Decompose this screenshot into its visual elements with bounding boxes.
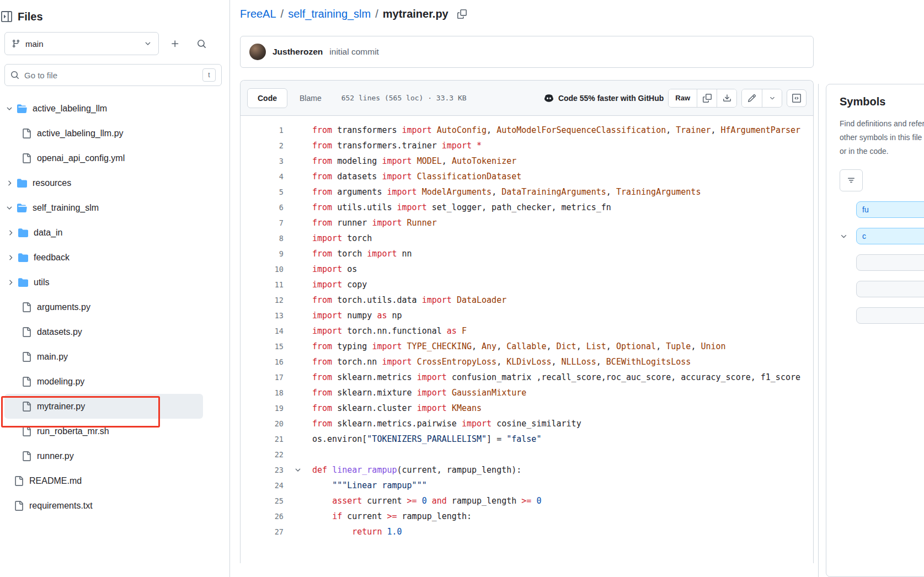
add-file-button[interactable] (164, 33, 185, 54)
line-number[interactable]: 21 (241, 435, 284, 444)
raw-button-group: Raw (668, 89, 737, 108)
tree-item-requirements.txt[interactable]: requirements.txt (4, 493, 203, 518)
symbol-item[interactable] (840, 307, 924, 324)
go-to-file-box: t (4, 64, 222, 86)
main-content: FreeAL / self_training_slm / mytrainer.p… (230, 0, 924, 577)
download-button[interactable] (717, 89, 736, 107)
code-text: from sklearn.metrics import confusion_ma… (312, 372, 800, 382)
plus-icon (170, 39, 180, 49)
code-line: 9from torch import nn (241, 246, 813, 261)
tree-item-label: README.md (29, 476, 82, 486)
tree-item-modeling.py[interactable]: modeling.py (4, 369, 203, 394)
file-icon (21, 302, 32, 312)
tree-item-resources[interactable]: resources (4, 170, 203, 195)
line-number[interactable]: 25 (241, 496, 284, 505)
tree-item-active_labeling_llm[interactable]: active_labeling_llm (4, 96, 203, 121)
tree-item-openai_api_config.yml[interactable]: openai_api_config.yml (4, 146, 203, 170)
tree-item-active_labeling_llm.py[interactable]: active_labeling_llm.py (4, 121, 203, 146)
chevron-down-icon (840, 232, 850, 241)
tree-item-main.py[interactable]: main.py (4, 344, 203, 369)
chevron-right-icon (4, 179, 14, 187)
code-text: import torch (312, 233, 372, 243)
go-to-file-input[interactable] (24, 71, 197, 80)
line-number[interactable]: 15 (241, 342, 284, 351)
symbol-item[interactable] (840, 254, 924, 271)
line-number[interactable]: 6 (241, 203, 284, 212)
line-number[interactable]: 11 (241, 280, 284, 289)
line-number[interactable]: 4 (241, 172, 284, 181)
tree-item-self_training_slm[interactable]: self_training_slm (4, 195, 203, 220)
line-number[interactable]: 19 (241, 404, 284, 413)
code-text: import os (312, 264, 357, 274)
code-line: 1from transformers import AutoConfig, Au… (241, 122, 813, 138)
panel-resize-divider[interactable] (818, 84, 819, 577)
commit-author[interactable]: Justherozen (273, 47, 323, 57)
tree-item-label: self_training_slm (33, 203, 99, 213)
breadcrumb-dir-link[interactable]: self_training_slm (288, 8, 371, 20)
code-line: 24 """Linear rampup""" (241, 478, 813, 493)
edit-button[interactable] (742, 89, 762, 107)
tab-code[interactable]: Code (247, 88, 287, 108)
code-line: 4from datasets import ClassificationData… (241, 169, 813, 184)
branch-selector[interactable]: main (4, 32, 159, 55)
line-number[interactable]: 26 (241, 512, 284, 521)
line-number[interactable]: 3 (241, 157, 284, 165)
tab-blame[interactable]: Blame (292, 88, 329, 108)
line-number[interactable]: 2 (241, 141, 284, 150)
breadcrumb-repo-link[interactable]: FreeAL (240, 8, 276, 20)
line-number[interactable]: 5 (241, 188, 284, 196)
tree-item-utils[interactable]: utils (4, 270, 203, 295)
symbol-pill (856, 281, 924, 297)
line-number[interactable]: 8 (241, 234, 284, 243)
line-number[interactable]: 12 (241, 296, 284, 304)
tree-item-arguments.py[interactable]: arguments.py (4, 295, 203, 319)
symbols-panel: Symbols Find definitions and references … (826, 84, 924, 577)
file-icon (21, 153, 32, 163)
line-number[interactable]: 17 (241, 373, 284, 382)
branch-name: main (25, 39, 44, 49)
avatar[interactable] (249, 44, 266, 60)
line-number[interactable]: 16 (241, 357, 284, 366)
tree-item-mytrainer.py[interactable]: mytrainer.py (4, 394, 203, 419)
search-button[interactable] (191, 33, 212, 54)
file-tree: active_labeling_llmactive_labeling_llm.p… (4, 96, 203, 518)
symbols-panel-toggle-icon (792, 94, 801, 103)
edit-menu-button[interactable] (762, 89, 782, 107)
line-number[interactable]: 9 (241, 249, 284, 258)
collapse-sidebar-icon[interactable] (1, 11, 12, 22)
tree-item-datasets.py[interactable]: datasets.py (4, 319, 203, 344)
line-number[interactable]: 23 (241, 466, 284, 474)
line-number[interactable]: 10 (241, 265, 284, 274)
copy-path-icon[interactable] (457, 9, 467, 19)
symbol-item[interactable]: c (840, 228, 924, 244)
symbol-item[interactable]: fu (840, 201, 924, 218)
tree-item-data_in[interactable]: data_in (4, 220, 203, 245)
line-number[interactable]: 1 (241, 126, 284, 135)
fold-chevron-icon[interactable] (284, 466, 312, 474)
filter-button[interactable] (840, 169, 863, 191)
line-number[interactable]: 20 (241, 419, 284, 428)
chevron-down-icon (4, 204, 14, 212)
folder-icon (17, 178, 28, 188)
line-number[interactable]: 24 (241, 481, 284, 490)
tree-item-run_roberta_mr.sh[interactable]: run_roberta_mr.sh (4, 419, 203, 444)
line-number[interactable]: 14 (241, 327, 284, 335)
symbol-item[interactable] (840, 281, 924, 297)
commit-message[interactable]: initial commit (329, 47, 379, 57)
tree-item-runner.py[interactable]: runner.py (4, 444, 203, 468)
latest-commit-bar[interactable]: Justherozen initial commit (240, 36, 814, 68)
copy-file-button[interactable] (697, 89, 717, 107)
line-number[interactable]: 22 (241, 450, 284, 459)
code-text: import torch.nn.functional as F (312, 326, 467, 336)
symbols-panel-toggle-button[interactable] (787, 89, 807, 107)
symbols-panel-title: Symbols (840, 95, 924, 108)
line-number[interactable]: 7 (241, 218, 284, 227)
line-number[interactable]: 27 (241, 527, 284, 536)
tree-item-README.md[interactable]: README.md (4, 468, 203, 493)
line-number[interactable]: 13 (241, 311, 284, 320)
file-icon (21, 377, 32, 387)
tree-item-feedback[interactable]: feedback (4, 245, 203, 270)
raw-button[interactable]: Raw (669, 89, 697, 107)
file-meta: 652 lines (565 loc) · 33.3 KB (341, 94, 467, 102)
line-number[interactable]: 18 (241, 388, 284, 397)
